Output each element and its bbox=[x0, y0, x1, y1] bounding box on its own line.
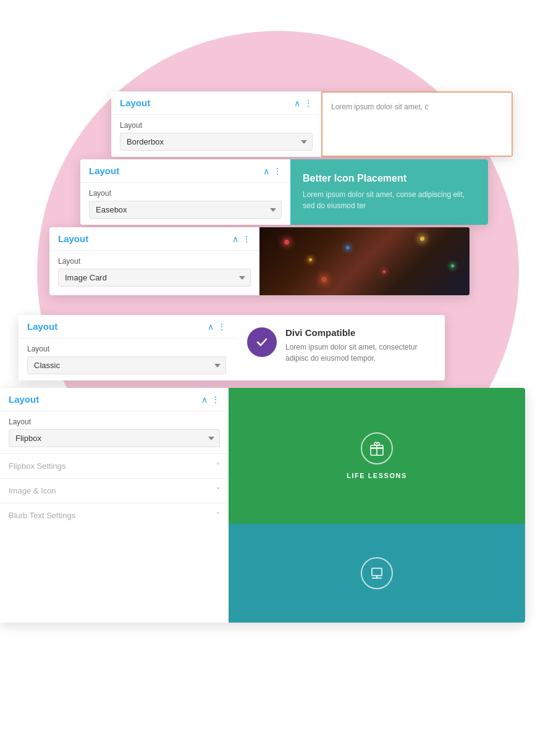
flipbox-green-card: LIFE LESSONS bbox=[229, 388, 525, 524]
panel4-right: Divi Compatible Lorem ipsum dolor sit am… bbox=[235, 315, 445, 380]
panel4-chevron-icon[interactable]: ∧ bbox=[208, 322, 214, 332]
panel2-icons: ∧ ⋮ bbox=[263, 166, 282, 176]
checkmark-icon bbox=[255, 335, 269, 349]
panel4-field-label: Layout bbox=[27, 345, 226, 353]
accordion-image-icon[interactable]: Image & Icon ˅ bbox=[0, 478, 229, 503]
panel5-dots-icon[interactable]: ⋮ bbox=[211, 395, 220, 405]
panel5-chevron-icon[interactable]: ∧ bbox=[201, 395, 208, 405]
panel5-left: Layout ∧ ⋮ Layout Flipbox Flipbox Settin… bbox=[0, 388, 229, 623]
panel5-title: Layout bbox=[9, 394, 39, 405]
panel2-title: Layout bbox=[89, 166, 119, 176]
light3 bbox=[346, 246, 350, 250]
panel4-header: Layout ∧ ⋮ bbox=[19, 315, 235, 338]
panel1-chevron-icon[interactable]: ∧ bbox=[294, 98, 300, 108]
panel-imagecard: Layout ∧ ⋮ Layout Image Card bbox=[49, 227, 470, 295]
panel1-title: Layout bbox=[120, 98, 150, 108]
accordion-image-chevron: ˅ bbox=[216, 487, 220, 495]
panel5-right: LIFE LESSONS bbox=[229, 388, 525, 623]
accordion-blurb-chevron: ˅ bbox=[216, 511, 220, 520]
panel1-icons: ∧ ⋮ bbox=[294, 98, 313, 108]
light6 bbox=[451, 264, 454, 267]
panel3-image-bg bbox=[259, 227, 470, 295]
panel2-header: Layout ∧ ⋮ bbox=[80, 159, 290, 183]
gift-icon bbox=[368, 440, 385, 457]
panel-flipbox: Layout ∧ ⋮ Layout Flipbox Flipbox Settin… bbox=[0, 388, 525, 623]
panel-borderbox: Layout ∧ ⋮ Layout Borderbox Lorem ipsum … bbox=[111, 91, 513, 157]
accordion-image-label: Image & Icon bbox=[9, 486, 56, 495]
panel-classic: Layout ∧ ⋮ Layout Classic Di bbox=[19, 315, 445, 380]
panel5-field-label: Layout bbox=[9, 418, 220, 426]
accordion-flipbox-settings[interactable]: Flipbox Settings ˅ bbox=[0, 453, 229, 478]
panel5-header: Layout ∧ ⋮ bbox=[0, 388, 229, 411]
flipbox-green-label: LIFE LESSONS bbox=[347, 472, 406, 479]
panel4-left: Layout ∧ ⋮ Layout Classic bbox=[19, 315, 235, 380]
panel1-right: Lorem ipsum dolor sit amet, c bbox=[321, 91, 513, 157]
panel-easebox: Layout ∧ ⋮ Layout Easebox Better Icon Pl… bbox=[80, 159, 488, 225]
panel3-field-label: Layout bbox=[58, 257, 251, 266]
panel4-dots-icon[interactable]: ⋮ bbox=[217, 322, 226, 332]
panel3-header: Layout ∧ ⋮ bbox=[49, 227, 259, 251]
panel2-right: Better Icon Placement Lorem ipsum dolor … bbox=[290, 159, 488, 225]
panel1-left: Layout ∧ ⋮ Layout Borderbox bbox=[111, 91, 321, 157]
panel3-field: Layout Image Card bbox=[49, 251, 259, 293]
panel1-header: Layout ∧ ⋮ bbox=[111, 91, 321, 115]
panel1-dots-icon[interactable]: ⋮ bbox=[304, 98, 313, 108]
panel5-icons: ∧ ⋮ bbox=[201, 395, 220, 405]
panel2-field: Layout Easebox bbox=[80, 183, 290, 225]
panel4-title: Layout bbox=[27, 321, 57, 332]
panel1-field-label: Layout bbox=[120, 121, 313, 130]
svg-rect-3 bbox=[372, 568, 382, 576]
teal-card-icon bbox=[369, 566, 384, 581]
panel4-right-text: Lorem ipsum dolor sit amet, consectetur … bbox=[285, 342, 432, 364]
accordion-flipbox-chevron: ˅ bbox=[216, 462, 220, 471]
panel4-icon-circle bbox=[247, 327, 277, 357]
light2 bbox=[309, 258, 312, 261]
panel2-dots-icon[interactable]: ⋮ bbox=[273, 166, 282, 176]
panel1-field: Layout Borderbox bbox=[111, 115, 321, 157]
flipbox-icon-circle bbox=[361, 432, 393, 464]
accordion-flipbox-label: Flipbox Settings bbox=[9, 461, 66, 471]
panel2-left: Layout ∧ ⋮ Layout Easebox bbox=[80, 159, 290, 225]
panel1-select[interactable]: Borderbox bbox=[120, 133, 313, 151]
flipbox-teal-card bbox=[229, 524, 525, 623]
panel4-field: Layout Classic bbox=[19, 338, 235, 380]
light7 bbox=[321, 277, 327, 282]
panel2-field-label: Layout bbox=[89, 189, 282, 198]
panel2-right-text: Lorem ipsum dolor sit amet, conse adipis… bbox=[303, 189, 476, 211]
flipbox-teal-icon bbox=[361, 557, 393, 589]
panel3-chevron-icon[interactable]: ∧ bbox=[232, 234, 238, 244]
panel3-dots-icon[interactable]: ⋮ bbox=[242, 234, 251, 244]
light1 bbox=[284, 240, 289, 245]
accordion-blurb-settings[interactable]: Blurb Text Settings ˅ bbox=[0, 503, 229, 527]
light5 bbox=[420, 237, 424, 241]
panel4-select[interactable]: Classic bbox=[27, 356, 226, 374]
panel2-right-title: Better Icon Placement bbox=[303, 173, 476, 184]
panel3-right bbox=[259, 227, 470, 295]
panel1-right-text: Lorem ipsum dolor sit amet, c bbox=[331, 101, 428, 112]
panel2-chevron-icon[interactable]: ∧ bbox=[263, 166, 269, 176]
scene-container: Layout ∧ ⋮ Layout Borderbox Lorem ipsum … bbox=[0, 0, 556, 756]
panel3-title: Layout bbox=[58, 233, 88, 244]
panel3-left: Layout ∧ ⋮ Layout Image Card bbox=[49, 227, 259, 295]
light4 bbox=[383, 271, 385, 273]
panel3-icons: ∧ ⋮ bbox=[232, 234, 251, 244]
panel5-select[interactable]: Flipbox bbox=[9, 429, 220, 447]
panel4-right-title: Divi Compatible bbox=[285, 327, 432, 338]
panel3-select[interactable]: Image Card bbox=[58, 269, 251, 287]
panel5-field: Layout Flipbox bbox=[0, 411, 229, 453]
panel4-text-block: Divi Compatible Lorem ipsum dolor sit am… bbox=[285, 327, 432, 364]
panel2-select[interactable]: Easebox bbox=[89, 201, 282, 219]
panel4-icons: ∧ ⋮ bbox=[208, 322, 226, 332]
accordion-blurb-label: Blurb Text Settings bbox=[9, 511, 75, 520]
